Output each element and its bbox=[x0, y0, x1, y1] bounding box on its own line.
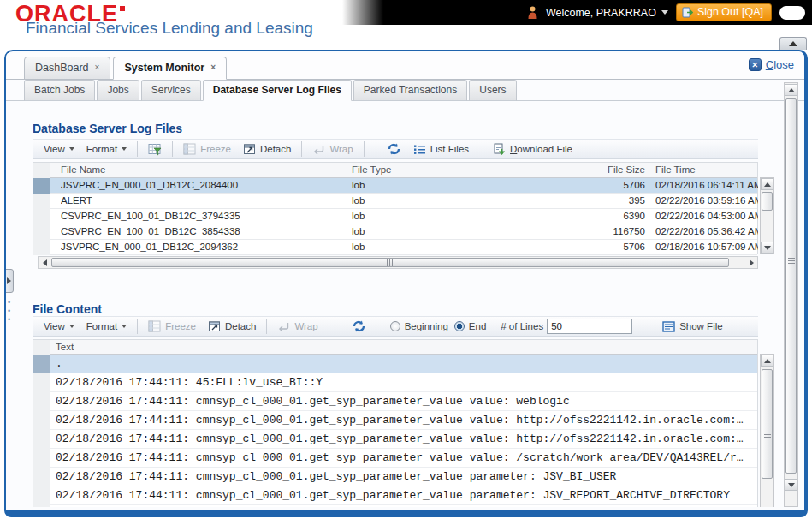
toolbar-separator bbox=[137, 319, 138, 334]
expand-right-icon bbox=[7, 277, 11, 284]
tab-close-icon[interactable]: × bbox=[210, 63, 216, 72]
subtab-users[interactable]: Users bbox=[469, 80, 516, 101]
column-header-file-size[interactable]: File Size bbox=[591, 163, 649, 177]
tab-system-monitor[interactable]: System Monitor × bbox=[113, 57, 227, 80]
row-gutter bbox=[33, 224, 50, 240]
file-content-vertical-scrollbar[interactable] bbox=[760, 354, 774, 507]
scroll-right-button[interactable] bbox=[745, 257, 757, 268]
view-menu-label: View bbox=[44, 144, 65, 154]
log-files-table: File Name File Type File Size File Time … bbox=[33, 162, 758, 254]
row-gutter bbox=[33, 392, 50, 411]
sign-out-button[interactable]: Sign Out [QA] bbox=[676, 3, 772, 21]
file-content-row[interactable]: 02/18/2016 17:44:11: cmnsyp_cl_000_01.ge… bbox=[33, 468, 757, 486]
page-vertical-scrollbar[interactable] bbox=[784, 82, 798, 507]
file-content-row[interactable]: 02/18/2016 17:44:11: 45:FLL:lv_use_BI::Y bbox=[33, 373, 757, 392]
log-file-row[interactable]: CSVPRC_EN_100_01_DB12C_3794335 lob 6390 … bbox=[33, 209, 757, 224]
cell-file-time: 02/18/2016 10:57:09 AM bbox=[655, 240, 758, 254]
page-scroll-up-button[interactable] bbox=[779, 37, 807, 50]
tab-dashboard[interactable]: DashBoard × bbox=[24, 57, 110, 80]
chevron-down-icon bbox=[661, 10, 668, 15]
cell-file-type: lob bbox=[352, 194, 588, 208]
file-content-row[interactable]: . bbox=[33, 355, 757, 373]
welcome-text: Welcome, PRAKRRAO bbox=[546, 7, 656, 19]
cell-file-type: lob bbox=[352, 240, 588, 254]
view-menu-button[interactable]: View bbox=[38, 319, 80, 334]
scroll-down-button[interactable] bbox=[785, 479, 797, 491]
subtab-services[interactable]: Services bbox=[141, 80, 201, 101]
scroll-up-button[interactable] bbox=[761, 355, 773, 367]
cell-file-name: ALERT bbox=[61, 194, 350, 208]
arrow-right-icon bbox=[750, 260, 754, 266]
log-files-horizontal-scrollbar[interactable] bbox=[38, 256, 758, 269]
scroll-left-button[interactable] bbox=[39, 257, 50, 268]
panel-splitter-button[interactable] bbox=[6, 269, 14, 293]
row-gutter bbox=[33, 194, 50, 209]
query-by-example-button[interactable] bbox=[142, 140, 168, 158]
scrollbar-thumb[interactable] bbox=[785, 98, 797, 474]
arrow-down-icon bbox=[788, 483, 795, 487]
subtab-label: Batch Jobs bbox=[34, 84, 85, 96]
scrollbar-thumb[interactable] bbox=[51, 258, 729, 267]
welcome-menu[interactable]: Welcome, PRAKRRAO bbox=[546, 7, 668, 19]
wrap-button[interactable]: Wrap bbox=[306, 141, 359, 158]
file-content-row[interactable]: 02/18/2016 17:44:11: cmnsyp_cl_000_01.ge… bbox=[33, 486, 757, 505]
log-file-row[interactable]: JSVPRC_EN_000_01_DB12C_2084400 lob 5706 … bbox=[33, 178, 757, 194]
beginning-radio-label: Beginning bbox=[405, 321, 448, 331]
refresh-button[interactable] bbox=[346, 317, 372, 336]
file-content-row[interactable]: 02/18/2016 17:44:11: cmnsyp_cl_000_01.ge… bbox=[33, 430, 757, 449]
freeze-button[interactable]: Freeze bbox=[177, 140, 237, 158]
detach-button[interactable]: Detach bbox=[202, 318, 262, 335]
lines-count-input[interactable] bbox=[547, 319, 632, 334]
sign-out-label: Sign Out [QA] bbox=[697, 6, 763, 18]
cell-log-text: 02/18/2016 17:44:11: cmnsyp_cl_000_01.ge… bbox=[56, 486, 752, 504]
oval-indicator[interactable] bbox=[779, 6, 805, 20]
subtab-jobs[interactable]: Jobs bbox=[97, 80, 139, 101]
log-file-row[interactable]: CSVPRC_EN_100_01_DB12C_3854338 lob 11675… bbox=[33, 224, 757, 240]
show-file-button[interactable]: Show File bbox=[656, 319, 729, 335]
download-file-button[interactable]: Download File bbox=[487, 140, 578, 158]
column-header-file-time[interactable]: File Time bbox=[655, 163, 696, 177]
freeze-button[interactable]: Freeze bbox=[142, 318, 202, 335]
column-header-file-name[interactable]: File Name bbox=[61, 163, 105, 177]
subtab-label: Database Server Log Files bbox=[213, 84, 341, 96]
wrap-button[interactable]: Wrap bbox=[271, 319, 323, 335]
toolbar-separator bbox=[364, 141, 365, 157]
end-radio[interactable]: End bbox=[454, 321, 492, 331]
format-menu-button[interactable]: Format bbox=[80, 319, 133, 334]
scrollbar-thumb[interactable] bbox=[762, 369, 773, 479]
subtab-label: Jobs bbox=[107, 84, 128, 96]
subtab-batch-jobs[interactable]: Batch Jobs bbox=[24, 80, 95, 101]
tab-close-icon[interactable]: × bbox=[95, 63, 100, 72]
column-header-text[interactable]: Text bbox=[56, 340, 74, 354]
scroll-up-button[interactable] bbox=[785, 84, 797, 96]
beginning-radio[interactable]: Beginning bbox=[384, 321, 454, 331]
scroll-up-button[interactable] bbox=[761, 178, 773, 190]
log-file-row[interactable]: JSVPRC_EN_000_01_DB12C_2094362 lob 5706 … bbox=[33, 240, 757, 255]
file-content-row[interactable]: 02/18/2016 17:44:11: cmnsyp_cl_000_01.ge… bbox=[33, 411, 757, 430]
format-menu-button[interactable]: Format bbox=[80, 141, 133, 157]
cell-file-name: JSVPRC_EN_000_01_DB12C_2094362 bbox=[61, 240, 350, 254]
file-content-row[interactable]: 02/18/2016 17:44:11: cmnsyp_cl_000_01.ge… bbox=[33, 392, 757, 411]
list-files-button[interactable]: List Files bbox=[407, 141, 475, 158]
detach-button[interactable]: Detach bbox=[237, 140, 297, 158]
screen: ORACLE Financial Services Lending and Le… bbox=[0, 0, 812, 519]
arrow-up-icon bbox=[764, 182, 771, 187]
file-content-row[interactable]: 02/18/2016 17:44:11: cmnsyp_cl_000_01.ge… bbox=[33, 449, 757, 468]
file-content-table-body: . 02/18/2016 17:44:11: 45:FLL:lv_use_BI:… bbox=[33, 355, 757, 507]
cell-log-text: 02/18/2016 17:44:11: cmnsyp_cl_000_01.ge… bbox=[56, 411, 752, 429]
file-content-row[interactable]: 02/18/2016 17:44:11: cmnsyp_cl_000_01.ge… bbox=[33, 505, 757, 507]
subtab-parked-transactions[interactable]: Parked Transactions bbox=[353, 80, 467, 101]
scroll-down-button[interactable] bbox=[761, 242, 773, 254]
column-header-file-type[interactable]: File Type bbox=[352, 163, 391, 177]
row-gutter bbox=[33, 505, 50, 507]
subtab-database-server-log-files[interactable]: Database Server Log Files bbox=[203, 80, 352, 101]
close-button[interactable]: ✕ Close bbox=[749, 58, 794, 71]
refresh-button[interactable] bbox=[381, 140, 407, 158]
scrollbar-thumb[interactable] bbox=[762, 192, 773, 211]
filter-table-icon bbox=[148, 143, 162, 156]
oracle-logo-mark-icon bbox=[120, 6, 125, 11]
log-file-row[interactable]: ALERT lob 395 02/22/2016 03:59:16 AM bbox=[33, 194, 757, 209]
log-files-vertical-scrollbar[interactable] bbox=[760, 177, 774, 254]
view-menu-button[interactable]: View bbox=[38, 141, 80, 157]
list-files-label: List Files bbox=[430, 144, 469, 154]
